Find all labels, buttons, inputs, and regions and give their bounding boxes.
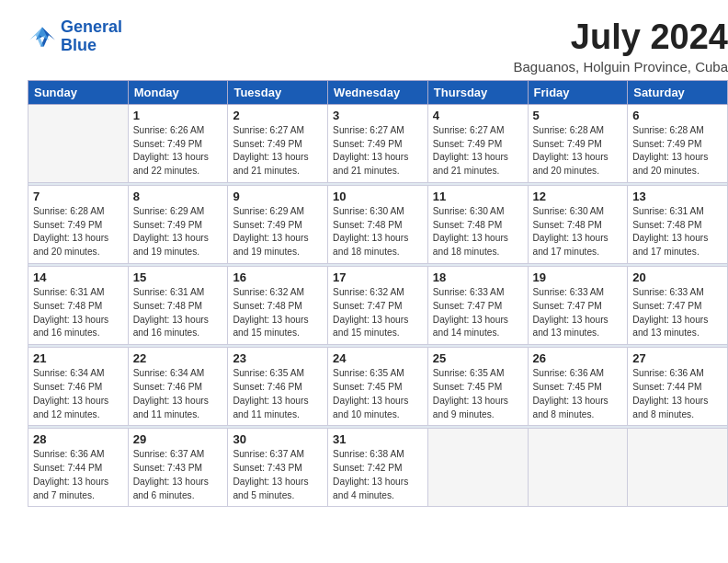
calendar-cell: 12Sunrise: 6:30 AMSunset: 7:48 PMDayligh… [528,185,628,263]
weekday-header-friday: Friday [528,80,628,104]
day-number: 31 [333,432,423,446]
day-number: 6 [632,109,722,122]
day-number: 24 [333,351,423,365]
calendar-cell: 24Sunrise: 6:35 AMSunset: 7:45 PMDayligh… [328,348,428,426]
day-number: 17 [333,270,423,284]
calendar-cell: 5Sunrise: 6:28 AMSunset: 7:49 PMDaylight… [528,104,628,182]
day-info: Sunrise: 6:34 AMSunset: 7:46 PMDaylight:… [133,367,223,421]
day-number: 2 [233,109,323,122]
day-number: 11 [433,190,523,203]
calendar-cell: 17Sunrise: 6:32 AMSunset: 7:47 PMDayligh… [328,267,428,345]
day-info: Sunrise: 6:37 AMSunset: 7:43 PMDaylight:… [233,448,323,502]
weekday-header-saturday: Saturday [628,80,728,104]
day-number: 1 [133,109,223,122]
day-number: 3 [333,109,423,122]
calendar-cell: 21Sunrise: 6:34 AMSunset: 7:46 PMDayligh… [28,348,129,426]
day-number: 18 [433,270,523,284]
calendar-table: SundayMondayTuesdayWednesdayThursdayFrid… [28,80,728,508]
weekday-header-tuesday: Tuesday [228,80,328,104]
day-number: 12 [533,190,623,203]
calendar-cell [528,429,628,507]
calendar-header-row: SundayMondayTuesdayWednesdayThursdayFrid… [28,80,728,104]
day-number: 29 [133,432,223,446]
day-number: 22 [133,351,223,365]
month-title: July 2024 [514,18,728,57]
day-info: Sunrise: 6:34 AMSunset: 7:46 PMDaylight:… [33,367,123,421]
day-info: Sunrise: 6:38 AMSunset: 7:42 PMDaylight:… [333,448,423,502]
day-info: Sunrise: 6:32 AMSunset: 7:47 PMDaylight:… [333,286,423,340]
calendar-cell: 22Sunrise: 6:34 AMSunset: 7:46 PMDayligh… [128,348,228,426]
weekday-header-sunday: Sunday [28,80,129,104]
day-number: 8 [133,190,223,203]
day-info: Sunrise: 6:29 AMSunset: 7:49 PMDaylight:… [233,205,323,259]
day-number: 5 [533,109,623,122]
day-info: Sunrise: 6:36 AMSunset: 7:45 PMDaylight:… [533,367,623,421]
calendar-week-3: 14Sunrise: 6:31 AMSunset: 7:48 PMDayligh… [28,267,728,345]
calendar-cell: 1Sunrise: 6:26 AMSunset: 7:49 PMDaylight… [128,104,228,182]
header: General Blue July 2024 Baguanos, Holguin… [28,18,728,75]
calendar-cell: 7Sunrise: 6:28 AMSunset: 7:49 PMDaylight… [28,185,129,263]
logo: General Blue [28,18,122,55]
day-info: Sunrise: 6:30 AMSunset: 7:48 PMDaylight:… [333,205,423,259]
calendar-week-4: 21Sunrise: 6:34 AMSunset: 7:46 PMDayligh… [28,348,728,426]
day-info: Sunrise: 6:32 AMSunset: 7:48 PMDaylight:… [233,286,323,340]
calendar-cell: 14Sunrise: 6:31 AMSunset: 7:48 PMDayligh… [28,267,129,345]
calendar-cell: 9Sunrise: 6:29 AMSunset: 7:49 PMDaylight… [228,185,328,263]
day-info: Sunrise: 6:28 AMSunset: 7:49 PMDaylight:… [33,205,123,259]
day-number: 19 [533,270,623,284]
day-number: 14 [33,270,123,284]
weekday-header-thursday: Thursday [427,80,528,104]
day-number: 21 [33,351,123,365]
day-number: 27 [632,351,722,365]
calendar-cell: 26Sunrise: 6:36 AMSunset: 7:45 PMDayligh… [528,348,628,426]
calendar-cell: 4Sunrise: 6:27 AMSunset: 7:49 PMDaylight… [427,104,528,182]
calendar-cell: 25Sunrise: 6:35 AMSunset: 7:45 PMDayligh… [427,348,528,426]
day-info: Sunrise: 6:31 AMSunset: 7:48 PMDaylight:… [133,286,223,340]
day-number: 9 [233,190,323,203]
calendar-cell: 10Sunrise: 6:30 AMSunset: 7:48 PMDayligh… [328,185,428,263]
calendar-cell: 8Sunrise: 6:29 AMSunset: 7:49 PMDaylight… [128,185,228,263]
day-info: Sunrise: 6:36 AMSunset: 7:44 PMDaylight:… [632,367,722,421]
calendar-cell [427,429,528,507]
day-number: 4 [433,109,523,122]
day-number: 20 [632,270,722,284]
day-number: 7 [33,190,123,203]
day-info: Sunrise: 6:30 AMSunset: 7:48 PMDaylight:… [433,205,523,259]
day-info: Sunrise: 6:37 AMSunset: 7:43 PMDaylight:… [133,448,223,502]
calendar-cell: 2Sunrise: 6:27 AMSunset: 7:49 PMDaylight… [228,104,328,182]
day-number: 26 [533,351,623,365]
day-info: Sunrise: 6:29 AMSunset: 7:49 PMDaylight:… [133,205,223,259]
day-info: Sunrise: 6:33 AMSunset: 7:47 PMDaylight:… [632,286,722,340]
calendar-cell: 27Sunrise: 6:36 AMSunset: 7:44 PMDayligh… [628,348,728,426]
title-block: July 2024 Baguanos, Holguin Province, Cu… [514,18,728,75]
svg-marker-1 [29,27,49,46]
calendar-cell: 18Sunrise: 6:33 AMSunset: 7:47 PMDayligh… [427,267,528,345]
calendar-cell: 28Sunrise: 6:36 AMSunset: 7:44 PMDayligh… [28,429,129,507]
day-info: Sunrise: 6:35 AMSunset: 7:45 PMDaylight:… [333,367,423,421]
day-info: Sunrise: 6:31 AMSunset: 7:48 PMDaylight:… [632,205,722,259]
calendar-cell: 11Sunrise: 6:30 AMSunset: 7:48 PMDayligh… [427,185,528,263]
day-info: Sunrise: 6:33 AMSunset: 7:47 PMDaylight:… [433,286,523,340]
day-info: Sunrise: 6:30 AMSunset: 7:48 PMDaylight:… [533,205,623,259]
calendar-cell: 23Sunrise: 6:35 AMSunset: 7:46 PMDayligh… [228,348,328,426]
day-number: 23 [233,351,323,365]
calendar-cell: 16Sunrise: 6:32 AMSunset: 7:48 PMDayligh… [228,267,328,345]
day-number: 10 [333,190,423,203]
day-number: 25 [433,351,523,365]
calendar-cell [628,429,728,507]
day-info: Sunrise: 6:35 AMSunset: 7:46 PMDaylight:… [233,367,323,421]
day-info: Sunrise: 6:31 AMSunset: 7:48 PMDaylight:… [33,286,123,340]
day-number: 13 [632,190,722,203]
day-info: Sunrise: 6:27 AMSunset: 7:49 PMDaylight:… [433,124,523,178]
calendar-body: 1Sunrise: 6:26 AMSunset: 7:49 PMDaylight… [28,104,728,507]
calendar-cell: 13Sunrise: 6:31 AMSunset: 7:48 PMDayligh… [628,185,728,263]
calendar-cell: 6Sunrise: 6:28 AMSunset: 7:49 PMDaylight… [628,104,728,182]
day-number: 28 [33,432,123,446]
weekday-header-monday: Monday [128,80,228,104]
day-number: 30 [233,432,323,446]
calendar-cell: 19Sunrise: 6:33 AMSunset: 7:47 PMDayligh… [528,267,628,345]
day-info: Sunrise: 6:26 AMSunset: 7:49 PMDaylight:… [133,124,223,178]
day-info: Sunrise: 6:27 AMSunset: 7:49 PMDaylight:… [333,124,423,178]
weekday-header-wednesday: Wednesday [328,80,428,104]
calendar-cell [28,104,129,182]
